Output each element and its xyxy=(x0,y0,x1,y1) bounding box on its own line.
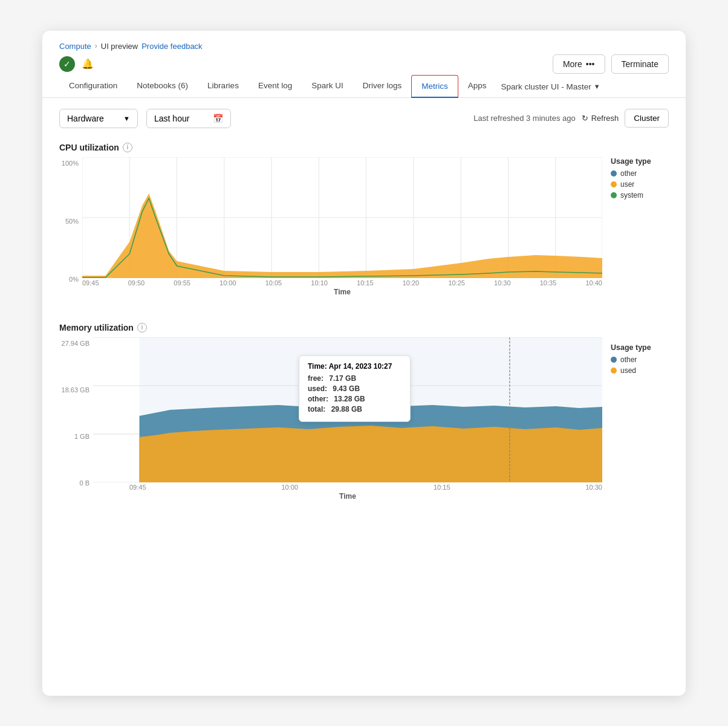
tab-driver-logs[interactable]: Driver logs xyxy=(353,75,412,97)
memory-x-09:45: 09:45 xyxy=(129,484,146,491)
time-range-picker[interactable]: Last hour 📅 xyxy=(146,109,231,128)
svg-marker-15 xyxy=(82,193,602,278)
tab-apps[interactable]: Apps xyxy=(458,75,496,97)
cpu-x-10:30: 10:30 xyxy=(494,279,511,287)
cpu-chart-svg xyxy=(82,157,602,278)
metric-type-value: Hardware xyxy=(67,114,104,123)
memory-x-10:00: 10:00 xyxy=(281,484,298,491)
memory-y-mid: 18.63 GB xyxy=(62,386,89,394)
refresh-label: Refresh xyxy=(591,114,619,123)
tooltip-other: other: 13.28 GB xyxy=(308,395,401,403)
breadcrumb: Compute › UI preview Provide feedback xyxy=(42,31,686,51)
tooltip-total-value: 29.88 GB xyxy=(331,405,362,413)
memory-tooltip: Time: Apr 14, 2023 10:27 free: 7.17 GB u… xyxy=(299,355,411,422)
cpu-x-10:35: 10:35 xyxy=(540,279,557,287)
cpu-legend-user-label: user xyxy=(620,180,634,189)
tooltip-used-value: 9.43 GB xyxy=(333,384,360,393)
tab-notebooks[interactable]: Notebooks (6) xyxy=(127,75,198,97)
memory-legend-other-label: other xyxy=(620,355,637,364)
cpu-y-100: 100% xyxy=(62,160,79,167)
refresh-info: Last refreshed 3 minutes ago ↻ Refresh C… xyxy=(473,109,669,128)
refresh-button[interactable]: ↻ Refresh xyxy=(582,114,619,123)
cpu-info-icon[interactable]: i xyxy=(123,143,132,152)
memory-legend-other-dot xyxy=(611,357,617,363)
tooltip-free-label: free: xyxy=(308,374,323,383)
metric-type-dropdown[interactable]: Hardware ▼ xyxy=(59,109,138,128)
terminate-button[interactable]: Terminate xyxy=(611,54,669,74)
cpu-x-10:25: 10:25 xyxy=(448,279,465,287)
memory-chart-title: Memory utilization i xyxy=(59,323,669,332)
tooltip-time: Time: Apr 14, 2023 10:27 xyxy=(308,362,401,371)
breadcrumb-feedback[interactable]: Provide feedback xyxy=(141,42,202,51)
memory-legend-used-dot xyxy=(611,368,617,374)
breadcrumb-separator: › xyxy=(95,42,97,50)
time-range-value: Last hour xyxy=(154,114,189,123)
tab-spark-ui[interactable]: Spark UI xyxy=(302,75,353,97)
memory-info-icon[interactable]: i xyxy=(137,323,147,332)
status-icons: ✓ 🔔 xyxy=(59,56,94,72)
controls-bar: Hardware ▼ Last hour 📅 Last refreshed 3 … xyxy=(42,98,686,133)
top-actions: More ••• Terminate xyxy=(553,54,669,74)
memory-y-zero: 0 B xyxy=(79,479,89,487)
cluster-label: Cluster xyxy=(634,114,660,123)
tab-configuration[interactable]: Configuration xyxy=(59,75,127,97)
cpu-x-10:10: 10:10 xyxy=(311,279,328,287)
cpu-x-10:05: 10:05 xyxy=(265,279,282,287)
cpu-legend-system: system xyxy=(611,191,669,199)
last-refreshed-text: Last refreshed 3 minutes ago xyxy=(473,114,575,123)
memory-y-axis: 27.94 GB 18.63 GB 1 GB 0 B xyxy=(59,337,93,501)
memory-x-labels: 09:45 10:00 10:15 10:30 xyxy=(93,482,602,491)
cpu-chart-title: CPU utilization i xyxy=(59,143,669,152)
cpu-x-axis-title: Time xyxy=(82,288,602,296)
tooltip-used-label: used: xyxy=(308,384,327,393)
memory-y-low: 1 GB xyxy=(74,433,89,440)
tooltip-total: total: 29.88 GB xyxy=(308,405,401,413)
terminate-label: Terminate xyxy=(622,59,658,69)
cpu-legend: Usage type other user system xyxy=(602,157,669,296)
cpu-y-0: 0% xyxy=(69,276,79,283)
memory-title-text: Memory utilization xyxy=(59,323,134,332)
refresh-icon: ↻ xyxy=(582,114,588,123)
tab-spark-cluster[interactable]: Spark cluster UI - Master ▼ xyxy=(496,76,605,97)
more-label: More xyxy=(563,59,582,69)
cpu-x-10:40: 10:40 xyxy=(585,279,602,287)
cpu-legend-other-label: other xyxy=(620,169,637,178)
tooltip-other-label: other: xyxy=(308,395,328,403)
cpu-legend-user-dot xyxy=(611,181,617,187)
cpu-x-09:50: 09:50 xyxy=(128,279,145,287)
cpu-x-labels: 09:45 09:50 09:55 10:00 10:05 10:10 10:1… xyxy=(82,278,602,287)
cluster-button[interactable]: Cluster xyxy=(625,109,669,128)
tooltip-used: used: 9.43 GB xyxy=(308,384,401,393)
memory-legend-used-label: used xyxy=(620,366,636,375)
cpu-x-10:20: 10:20 xyxy=(403,279,420,287)
ellipsis-icon: ••• xyxy=(586,59,595,69)
tooltip-free-value: 7.17 GB xyxy=(329,374,356,383)
cpu-x-10:00: 10:00 xyxy=(219,279,236,287)
memory-legend-used: used xyxy=(611,366,669,375)
cpu-y-axis: 100% 50% 0% xyxy=(59,157,82,296)
tab-metrics[interactable]: Metrics xyxy=(411,75,458,98)
cpu-chart-container: 100% 50% 0% xyxy=(59,157,669,296)
tab-event-log[interactable]: Event log xyxy=(249,75,302,97)
memory-y-top: 27.94 GB xyxy=(62,340,89,347)
breadcrumb-compute[interactable]: Compute xyxy=(59,42,91,51)
cpu-y-50: 50% xyxy=(65,218,79,225)
memory-chart-section: Memory utilization i 27.94 GB 18.63 GB 1… xyxy=(42,313,686,501)
calendar-icon: 📅 xyxy=(213,114,223,123)
memory-x-10:30: 10:30 xyxy=(585,484,602,491)
cpu-x-10:15: 10:15 xyxy=(357,279,374,287)
memory-chart-container: 27.94 GB 18.63 GB 1 GB 0 B xyxy=(59,337,669,501)
cpu-legend-title: Usage type xyxy=(611,157,669,166)
nav-tabs: Configuration Notebooks (6) Libraries Ev… xyxy=(42,75,686,98)
breadcrumb-current: UI preview xyxy=(101,42,138,51)
more-button[interactable]: More ••• xyxy=(553,54,605,74)
tab-libraries[interactable]: Libraries xyxy=(198,75,249,97)
cpu-title-text: CPU utilization xyxy=(59,143,119,152)
cpu-x-09:55: 09:55 xyxy=(174,279,190,287)
svg-marker-22 xyxy=(140,426,602,482)
memory-legend: Usage type other used xyxy=(602,337,669,501)
cpu-legend-system-label: system xyxy=(620,191,643,199)
memory-legend-title: Usage type xyxy=(611,343,669,352)
top-bar: ✓ 🔔 More ••• Terminate xyxy=(42,51,686,74)
bell-icon: 🔔 xyxy=(81,57,94,71)
